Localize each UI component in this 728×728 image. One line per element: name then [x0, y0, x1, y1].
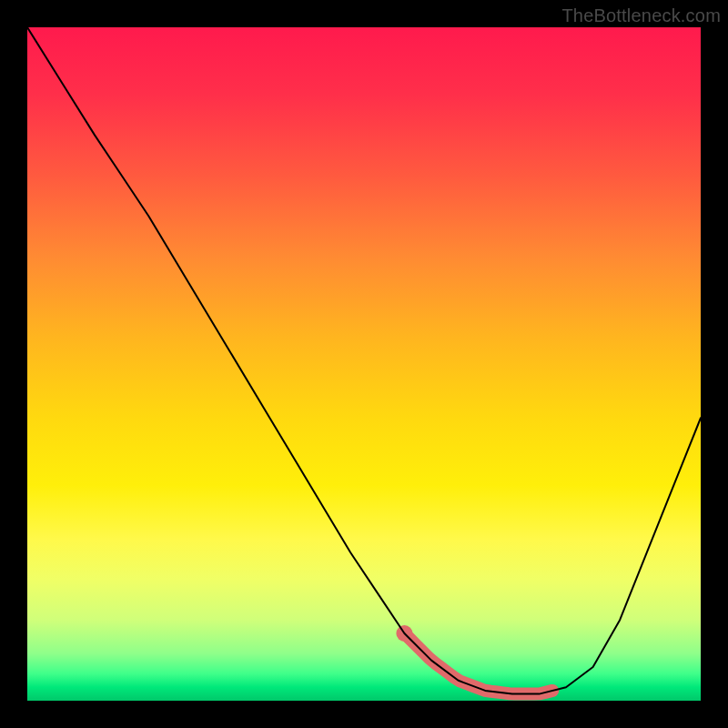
plot-area	[27, 27, 701, 701]
highlight-segment	[404, 633, 552, 694]
chart-canvas: TheBottleneck.com	[0, 0, 728, 728]
bottleneck-curve	[27, 27, 701, 694]
watermark-text: TheBottleneck.com	[561, 5, 721, 26]
chart-svg	[27, 27, 701, 701]
